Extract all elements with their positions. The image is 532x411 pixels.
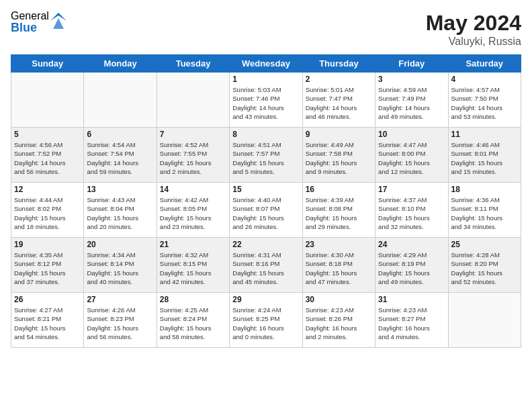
day-number: 27 [87,295,153,304]
day-number: 2 [306,75,372,84]
calendar-header-row: SundayMondayTuesdayWednesdayThursdayFrid… [11,55,521,73]
day-number: 22 [232,240,299,249]
cell-info: Sunrise: 4:35 AM Sunset: 8:12 PM Dayligh… [14,250,81,286]
day-number: 30 [306,295,372,304]
cell-info: Sunrise: 4:23 AM Sunset: 8:26 PM Dayligh… [306,306,372,341]
title-block: May 2024 Valuyki, Russia [426,11,521,48]
week-row-1: 1Sunrise: 5:03 AM Sunset: 7:46 PM Daylig… [11,73,521,128]
cell-info: Sunrise: 4:46 AM Sunset: 8:01 PM Dayligh… [451,140,518,176]
calendar-cell: 10Sunrise: 4:47 AM Sunset: 8:00 PM Dayli… [375,128,448,183]
calendar-cell: 5Sunrise: 4:56 AM Sunset: 7:52 PM Daylig… [11,128,84,183]
cell-info: Sunrise: 4:43 AM Sunset: 8:04 PM Dayligh… [87,195,153,231]
day-number: 26 [14,295,81,304]
day-number: 13 [87,185,153,194]
day-header-saturday: Saturday [448,55,521,73]
calendar-cell: 24Sunrise: 4:29 AM Sunset: 8:19 PM Dayli… [375,238,448,293]
calendar-cell: 29Sunrise: 4:24 AM Sunset: 8:25 PM Dayli… [230,293,302,348]
day-number: 17 [378,185,445,194]
day-header-tuesday: Tuesday [157,55,229,73]
day-header-monday: Monday [84,55,157,73]
day-number: 4 [451,75,518,84]
calendar-cell: 20Sunrise: 4:34 AM Sunset: 8:14 PM Dayli… [84,238,157,293]
calendar-cell: 23Sunrise: 4:30 AM Sunset: 8:18 PM Dayli… [302,238,375,293]
day-number: 19 [14,240,81,249]
cell-info: Sunrise: 4:51 AM Sunset: 7:57 PM Dayligh… [232,140,299,176]
cell-info: Sunrise: 4:28 AM Sunset: 8:20 PM Dayligh… [451,250,518,286]
cell-info: Sunrise: 4:57 AM Sunset: 7:50 PM Dayligh… [451,85,518,121]
day-number: 8 [232,130,299,139]
page: General Blue May 2024 Valuyki, Russia Su… [0,0,532,411]
day-number: 31 [378,295,445,304]
day-number: 16 [306,185,372,194]
day-number: 20 [87,240,153,249]
calendar-cell [84,73,157,128]
day-number: 24 [378,240,445,249]
day-number: 9 [306,130,372,139]
calendar-cell: 19Sunrise: 4:35 AM Sunset: 8:12 PM Dayli… [11,238,84,293]
calendar-cell: 28Sunrise: 4:25 AM Sunset: 8:24 PM Dayli… [157,293,229,348]
logo-icon [50,13,66,29]
calendar-cell: 11Sunrise: 4:46 AM Sunset: 8:01 PM Dayli… [448,128,521,183]
day-header-sunday: Sunday [11,55,84,73]
day-number: 6 [87,130,153,139]
calendar-table: SundayMondayTuesdayWednesdayThursdayFrid… [11,54,521,348]
calendar-cell: 2Sunrise: 5:01 AM Sunset: 7:47 PM Daylig… [302,73,375,128]
week-row-3: 12Sunrise: 4:44 AM Sunset: 8:02 PM Dayli… [11,183,521,238]
cell-info: Sunrise: 4:37 AM Sunset: 8:10 PM Dayligh… [378,195,445,231]
calendar-cell: 26Sunrise: 4:27 AM Sunset: 8:21 PM Dayli… [11,293,84,348]
cell-info: Sunrise: 4:59 AM Sunset: 7:49 PM Dayligh… [378,85,445,121]
calendar-cell: 1Sunrise: 5:03 AM Sunset: 7:46 PM Daylig… [230,73,302,128]
svg-marker-1 [53,18,64,29]
day-number: 3 [378,75,445,84]
calendar-cell: 22Sunrise: 4:31 AM Sunset: 8:16 PM Dayli… [230,238,302,293]
cell-info: Sunrise: 4:24 AM Sunset: 8:25 PM Dayligh… [232,306,299,341]
calendar-cell: 18Sunrise: 4:36 AM Sunset: 8:11 PM Dayli… [448,183,521,238]
cell-info: Sunrise: 4:36 AM Sunset: 8:11 PM Dayligh… [451,195,518,231]
calendar-cell: 15Sunrise: 4:40 AM Sunset: 8:07 PM Dayli… [230,183,302,238]
cell-info: Sunrise: 4:40 AM Sunset: 8:07 PM Dayligh… [232,195,299,231]
logo-general: General [11,11,49,21]
cell-info: Sunrise: 4:23 AM Sunset: 8:27 PM Dayligh… [378,306,445,341]
cell-info: Sunrise: 4:39 AM Sunset: 8:08 PM Dayligh… [306,195,372,231]
day-header-friday: Friday [375,55,448,73]
week-row-4: 19Sunrise: 4:35 AM Sunset: 8:12 PM Dayli… [11,238,521,293]
cell-info: Sunrise: 4:44 AM Sunset: 8:02 PM Dayligh… [14,195,81,231]
logo-blue: Blue [11,21,49,34]
calendar-cell [448,293,521,348]
header: General Blue May 2024 Valuyki, Russia [11,11,521,48]
calendar-cell: 25Sunrise: 4:28 AM Sunset: 8:20 PM Dayli… [448,238,521,293]
calendar-cell: 6Sunrise: 4:54 AM Sunset: 7:54 PM Daylig… [84,128,157,183]
day-number: 29 [232,295,299,304]
cell-info: Sunrise: 4:32 AM Sunset: 8:15 PM Dayligh… [160,250,226,286]
day-number: 12 [14,185,81,194]
calendar-cell: 31Sunrise: 4:23 AM Sunset: 8:27 PM Dayli… [375,293,448,348]
cell-info: Sunrise: 4:47 AM Sunset: 8:00 PM Dayligh… [378,140,445,176]
month-year-title: May 2024 [426,11,521,36]
cell-info: Sunrise: 4:42 AM Sunset: 8:05 PM Dayligh… [160,195,226,231]
cell-info: Sunrise: 4:26 AM Sunset: 8:23 PM Dayligh… [87,306,153,341]
calendar-cell: 14Sunrise: 4:42 AM Sunset: 8:05 PM Dayli… [157,183,229,238]
cell-info: Sunrise: 5:03 AM Sunset: 7:46 PM Dayligh… [232,85,299,121]
day-number: 5 [14,130,81,139]
day-number: 25 [451,240,518,249]
cell-info: Sunrise: 4:29 AM Sunset: 8:19 PM Dayligh… [378,250,445,286]
cell-info: Sunrise: 4:56 AM Sunset: 7:52 PM Dayligh… [14,140,81,176]
calendar-cell [11,73,84,128]
cell-info: Sunrise: 4:30 AM Sunset: 8:18 PM Dayligh… [306,250,372,286]
day-number: 1 [232,75,299,84]
day-number: 14 [160,185,226,194]
calendar-cell: 30Sunrise: 4:23 AM Sunset: 8:26 PM Dayli… [302,293,375,348]
cell-info: Sunrise: 4:52 AM Sunset: 7:55 PM Dayligh… [160,140,226,176]
calendar-cell: 17Sunrise: 4:37 AM Sunset: 8:10 PM Dayli… [375,183,448,238]
cell-info: Sunrise: 4:25 AM Sunset: 8:24 PM Dayligh… [160,306,226,341]
calendar-cell: 4Sunrise: 4:57 AM Sunset: 7:50 PM Daylig… [448,73,521,128]
cell-info: Sunrise: 4:49 AM Sunset: 7:58 PM Dayligh… [306,140,372,176]
week-row-2: 5Sunrise: 4:56 AM Sunset: 7:52 PM Daylig… [11,128,521,183]
day-number: 18 [451,185,518,194]
day-header-thursday: Thursday [302,55,375,73]
cell-info: Sunrise: 4:31 AM Sunset: 8:16 PM Dayligh… [232,250,299,286]
day-number: 11 [451,130,518,139]
calendar-cell [157,73,229,128]
day-header-wednesday: Wednesday [230,55,302,73]
day-number: 10 [378,130,445,139]
